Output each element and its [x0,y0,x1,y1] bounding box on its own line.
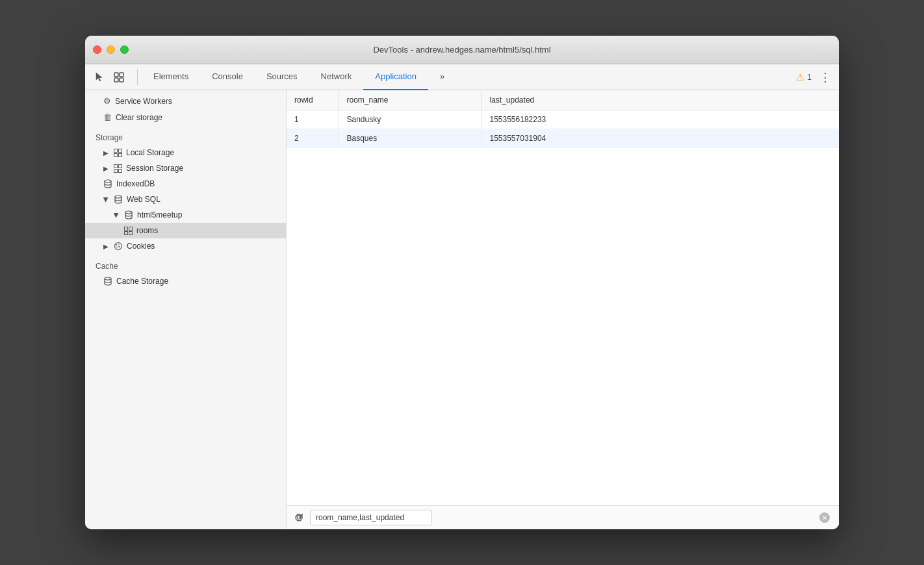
chevron-right-icon: ▶ [103,149,109,157]
refresh-button[interactable] [292,510,306,525]
cell-rowid: 1 [287,110,339,129]
svg-point-21 [118,244,120,245]
col-header-rowid: rowid [287,90,339,110]
sidebar-label-rooms: rooms [136,226,158,235]
devtools-window: DevTools - andrew.hedges.name/html5/sql.… [85,36,839,529]
tab-network[interactable]: Network [309,64,364,90]
db-icon-websql [114,195,123,204]
titlebar: DevTools - andrew.hedges.name/html5/sql.… [85,36,839,64]
sidebar-item-service-workers[interactable]: ⚙ Service Workers [85,93,286,109]
col-header-last-updated: last_updated [481,90,839,110]
svg-rect-11 [119,169,122,172]
grid-icon-local [114,149,122,157]
cursor-icon[interactable] [90,68,109,86]
cell-last-updated: 1553556182233 [481,110,839,129]
main-content: ⚙ Service Workers 🗑 Clear storage Storag… [85,90,839,529]
tab-sources[interactable]: Sources [255,64,309,90]
grid-icon-session [114,164,122,173]
window-controls [93,45,129,54]
cell-room-name: Sandusky [339,110,481,129]
svg-rect-3 [120,78,123,82]
data-table: rowid room_name last_updated 1Sandusky15… [287,90,839,148]
svg-point-14 [125,211,132,214]
gear-icon: ⚙ [103,96,111,106]
sidebar-item-indexeddb[interactable]: IndexedDB [85,176,286,192]
sidebar-item-local-storage[interactable]: ▶ Local Storage [85,145,286,160]
svg-point-25 [105,277,111,280]
sidebar-label-websql: Web SQL [127,195,160,204]
svg-rect-10 [114,169,118,172]
trash-icon: 🗑 [103,112,112,122]
cache-section-label: Cache [85,254,286,273]
toolbar: Elements Console Sources Network Applica… [85,64,839,90]
svg-rect-8 [114,164,118,168]
svg-rect-18 [129,231,133,234]
svg-rect-4 [114,149,118,152]
tab-application[interactable]: Application [363,64,428,90]
cookie-icon [114,242,123,251]
more-tabs-button[interactable]: » [428,64,456,90]
query-bar: ✕ [287,505,839,529]
sidebar: ⚙ Service Workers 🗑 Clear storage Storag… [85,90,287,529]
db-icon-indexed [103,179,112,188]
sidebar-label-cookies: Cookies [127,242,155,251]
chevron-right-icon-cookies: ▶ [103,243,109,250]
tabs: Elements Console Sources Network Applica… [142,64,796,90]
tab-console[interactable]: Console [200,64,255,90]
grid-icon-rooms [124,227,133,235]
window-title: DevTools - andrew.hedges.name/html5/sql.… [373,45,550,55]
toolbar-divider [137,69,138,85]
chevron-down-icon-websql: ▶ [103,197,110,202]
sidebar-item-websql[interactable]: ▶ Web SQL [85,192,286,207]
sidebar-label-local-storage: Local Storage [126,148,174,157]
tab-elements[interactable]: Elements [142,64,200,90]
svg-rect-2 [114,78,118,82]
storage-section-label: Storage [85,125,286,145]
query-input-wrapper: ✕ [310,510,834,525]
chevron-right-icon: ▶ [103,165,109,172]
maximize-button[interactable] [120,45,129,54]
warning-count: 1 [807,73,812,82]
table-container: rowid room_name last_updated 1Sandusky15… [287,90,839,505]
cell-last-updated: 1553557031904 [481,129,839,148]
cell-rowid: 2 [287,129,339,148]
inspect-icon[interactable] [110,68,128,86]
sidebar-label-indexeddb: IndexedDB [116,179,155,188]
sidebar-label-service-workers: Service Workers [115,97,172,106]
col-header-room-name: room_name [339,90,481,110]
sidebar-item-cache-storage[interactable]: Cache Storage [85,273,286,289]
svg-rect-6 [114,153,118,157]
minimize-button[interactable] [107,45,115,54]
sidebar-item-cookies[interactable]: ▶ Cookies [85,238,286,254]
sidebar-item-session-storage[interactable]: ▶ Session Storage [85,160,286,176]
db-icon-cache [103,277,112,286]
sidebar-label-cache-storage: Cache Storage [116,277,168,286]
table-row[interactable]: 1Sandusky1553556182233 [287,110,839,129]
svg-rect-1 [120,73,123,77]
sidebar-item-rooms[interactable]: rooms [85,223,286,238]
svg-rect-9 [119,164,122,168]
toolbar-right: ⚠ 1 ⋮ [796,69,834,86]
sidebar-item-html5meetup[interactable]: ▶ html5meetup [85,207,286,223]
svg-point-13 [115,195,122,198]
main-panel: rowid room_name last_updated 1Sandusky15… [287,90,839,529]
svg-point-20 [116,244,117,245]
sidebar-label-clear-storage: Clear storage [116,113,162,122]
sidebar-label-session-storage: Session Storage [126,164,183,173]
clear-input-button[interactable]: ✕ [819,512,830,523]
cell-room-name: Basques [339,129,481,148]
warning-badge[interactable]: ⚠ 1 [796,71,812,83]
svg-rect-15 [125,227,128,230]
svg-point-22 [116,247,118,248]
svg-point-23 [119,246,120,247]
svg-rect-0 [114,73,118,77]
db-icon-html5meetup [124,210,133,220]
sidebar-label-html5meetup: html5meetup [137,210,182,220]
svg-rect-16 [129,227,133,230]
sidebar-item-clear-storage-top[interactable]: 🗑 Clear storage [85,109,286,125]
svg-rect-7 [119,153,122,157]
query-input[interactable] [310,510,432,525]
close-button[interactable] [93,45,101,54]
table-row[interactable]: 2Basques1553557031904 [287,129,839,148]
more-menu-button[interactable]: ⋮ [817,69,834,86]
